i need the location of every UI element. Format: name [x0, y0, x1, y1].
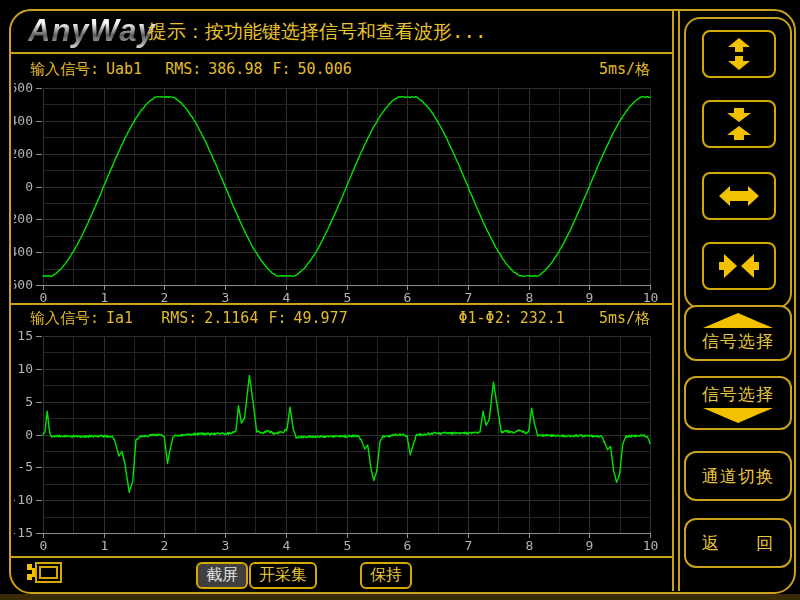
chart2-rms-value: 2.1164 — [204, 309, 258, 327]
signal-select-down-label: 信号选择 — [702, 383, 774, 406]
chart1-header: 输入信号: Uab1 RMS: 386.98 F: 50.006 5ms/格 — [14, 58, 664, 80]
screenshot-button[interactable]: 截屏 — [196, 562, 248, 589]
chart2-signal-value: Ia1 — [106, 309, 133, 327]
header-divider — [10, 52, 672, 54]
return-char-right: 回 — [756, 532, 774, 555]
triangle-up-icon — [703, 313, 773, 328]
panel-divider-left — [672, 10, 674, 591]
panel-divider-right — [678, 10, 680, 591]
chart1-freq-label: F: — [272, 60, 290, 78]
expand-vertical-button[interactable] — [702, 30, 776, 78]
chart-divider — [10, 303, 672, 305]
bottom-bar-divider — [10, 556, 672, 558]
chart2-signal-label: 输入信号: — [30, 309, 99, 328]
collapse-vertical-icon — [719, 108, 759, 140]
battery-icon — [26, 560, 64, 586]
start-acquisition-button[interactable]: 开采集 — [249, 562, 317, 589]
collapse-horizontal-icon — [719, 250, 759, 282]
chart2-phase-value: 232.1 — [520, 309, 565, 327]
return-button[interactable]: 返 回 — [684, 518, 792, 568]
chart1-signal-value: Uab1 — [106, 60, 142, 78]
channel-switch-label: 通道切换 — [702, 465, 774, 488]
chart2-timebase: 5ms/格 — [599, 309, 650, 328]
collapse-horizontal-button[interactable] — [702, 242, 776, 290]
expand-horizontal-icon — [719, 180, 759, 212]
triangle-down-icon — [703, 408, 773, 423]
voltage-waveform-chart — [14, 80, 670, 306]
hint-text: 提示：按功能键选择信号和查看波形... — [148, 19, 486, 45]
chart1-freq-value: 50.006 — [298, 60, 352, 78]
signal-select-up-button[interactable]: 信号选择 — [684, 305, 792, 361]
bezel-bottom-strip — [0, 594, 800, 600]
hold-button[interactable]: 保持 — [360, 562, 412, 589]
chart2-phase-label: Φ1-Φ2: — [459, 309, 513, 327]
expand-horizontal-button[interactable] — [702, 172, 776, 220]
collapse-vertical-button[interactable] — [702, 100, 776, 148]
chart1-signal-label: 输入信号: — [30, 60, 99, 79]
chart2-freq-value: 49.977 — [294, 309, 348, 327]
chart2-freq-label: F: — [268, 309, 286, 327]
signal-select-down-button[interactable]: 信号选择 — [684, 376, 792, 430]
current-waveform-chart — [14, 326, 670, 556]
anyway-logo: AnyWay — [28, 13, 156, 49]
chart1-timebase: 5ms/格 — [599, 60, 650, 79]
channel-switch-button[interactable]: 通道切换 — [684, 451, 792, 501]
chart1-rms-label: RMS: — [165, 60, 201, 78]
expand-vertical-icon — [719, 38, 759, 70]
chart2-rms-label: RMS: — [161, 309, 197, 327]
chart1-rms-value: 386.98 — [208, 60, 262, 78]
return-char-left: 返 — [702, 532, 720, 555]
signal-select-up-label: 信号选择 — [702, 330, 774, 353]
